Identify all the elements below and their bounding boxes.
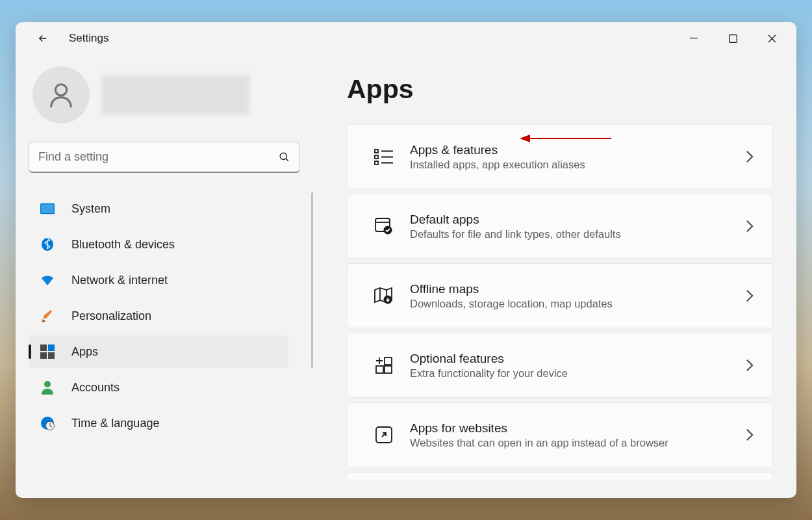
nav-item-system[interactable]: System xyxy=(29,192,288,225)
accounts-icon xyxy=(40,380,55,395)
apps-icon xyxy=(40,344,55,359)
search-input[interactable] xyxy=(38,150,278,164)
card-apps-websites[interactable]: Apps for websites Websites that can open… xyxy=(347,402,773,467)
nav-list: System Bluetooth & devices Network & int… xyxy=(29,192,321,439)
svg-rect-25 xyxy=(376,366,383,373)
optional-features-icon xyxy=(366,355,402,376)
nav-item-accounts[interactable]: Accounts xyxy=(29,371,288,404)
svg-rect-9 xyxy=(40,352,47,359)
default-apps-icon xyxy=(366,216,402,236)
arrow-left-icon xyxy=(37,32,49,44)
settings-cards: Apps & features Installed apps, app exec… xyxy=(347,124,773,480)
chevron-right-icon xyxy=(745,219,754,233)
user-info-redacted xyxy=(101,75,249,115)
window-title: Settings xyxy=(69,32,108,45)
svg-point-2 xyxy=(55,84,66,96)
card-subtitle: Downloads, storage location, map updates xyxy=(410,298,745,310)
card-subtitle: Extra functionality for your device xyxy=(410,367,745,380)
chevron-right-icon xyxy=(745,358,754,372)
card-title: Default apps xyxy=(410,213,745,227)
nav-label: Bluetooth & devices xyxy=(71,238,175,252)
card-partial-next[interactable] xyxy=(347,472,773,480)
apps-features-icon xyxy=(366,148,402,166)
svg-point-11 xyxy=(44,381,51,387)
maximize-icon xyxy=(729,34,737,43)
svg-rect-10 xyxy=(48,352,55,359)
svg-rect-26 xyxy=(385,366,392,373)
card-subtitle: Websites that can open in an app instead… xyxy=(410,437,745,449)
card-title: Offline maps xyxy=(410,282,745,296)
card-title: Apps & features xyxy=(410,143,745,157)
wifi-icon xyxy=(40,273,55,287)
nav-item-network-internet[interactable]: Network & internet xyxy=(29,264,288,296)
titlebar: Settings xyxy=(16,22,796,55)
close-button[interactable] xyxy=(752,25,791,51)
chevron-right-icon xyxy=(745,428,754,442)
minimize-button[interactable] xyxy=(674,25,713,51)
nav-item-bluetooth-devices[interactable]: Bluetooth & devices xyxy=(29,228,288,261)
page-title: Apps xyxy=(347,74,773,105)
svg-rect-16 xyxy=(375,161,378,164)
sidebar-scrollbar[interactable] xyxy=(311,192,314,368)
nav-label: Network & internet xyxy=(71,274,168,287)
nav-label: Personalization xyxy=(71,309,151,323)
maximize-button[interactable] xyxy=(713,25,752,51)
svg-rect-5 xyxy=(41,204,53,213)
svg-rect-14 xyxy=(375,150,378,153)
card-title: Optional features xyxy=(410,352,745,366)
user-profile[interactable] xyxy=(29,66,321,124)
nav-label: Accounts xyxy=(71,381,120,395)
paintbrush-icon xyxy=(40,309,55,323)
sidebar: System Bluetooth & devices Network & int… xyxy=(16,55,321,498)
system-icon xyxy=(40,202,55,216)
card-default-apps[interactable]: Default apps Defaults for file and link … xyxy=(347,194,773,259)
offline-maps-icon xyxy=(366,286,402,306)
nav-item-personalization[interactable]: Personalization xyxy=(29,300,288,332)
card-title: Apps for websites xyxy=(410,421,745,436)
main-content: Apps Apps & features Installed apps, app… xyxy=(321,55,796,498)
settings-window: Settings xyxy=(16,22,796,498)
search-icon xyxy=(278,151,290,163)
bluetooth-icon xyxy=(40,237,55,252)
search-box[interactable] xyxy=(29,142,300,173)
card-subtitle: Installed apps, app execution aliases xyxy=(410,159,745,171)
minimize-icon xyxy=(690,34,698,42)
svg-point-3 xyxy=(280,153,286,159)
svg-rect-27 xyxy=(385,358,392,365)
nav-label: System xyxy=(71,202,110,216)
svg-rect-8 xyxy=(48,344,55,351)
svg-rect-15 xyxy=(375,155,378,159)
card-subtitle: Defaults for file and link types, other … xyxy=(410,228,745,240)
card-apps-features[interactable]: Apps & features Installed apps, app exec… xyxy=(347,124,773,189)
nav-label: Time & language xyxy=(71,417,159,430)
nav-item-time-language[interactable]: Time & language xyxy=(29,407,288,439)
window-controls xyxy=(674,25,791,51)
person-icon xyxy=(46,80,76,110)
close-icon xyxy=(768,34,776,43)
svg-rect-1 xyxy=(729,34,737,42)
chevron-right-icon xyxy=(745,289,754,303)
svg-rect-7 xyxy=(40,344,47,351)
apps-websites-icon xyxy=(366,425,402,445)
avatar xyxy=(32,66,90,124)
card-offline-maps[interactable]: Offline maps Downloads, storage location… xyxy=(347,263,773,328)
svg-rect-0 xyxy=(690,38,698,38)
card-optional-features[interactable]: Optional features Extra functionality fo… xyxy=(347,333,773,398)
back-button[interactable] xyxy=(30,25,56,51)
time-language-icon xyxy=(40,416,55,430)
chevron-right-icon xyxy=(745,150,754,164)
nav-item-apps[interactable]: Apps xyxy=(29,335,288,368)
nav-label: Apps xyxy=(71,345,98,359)
